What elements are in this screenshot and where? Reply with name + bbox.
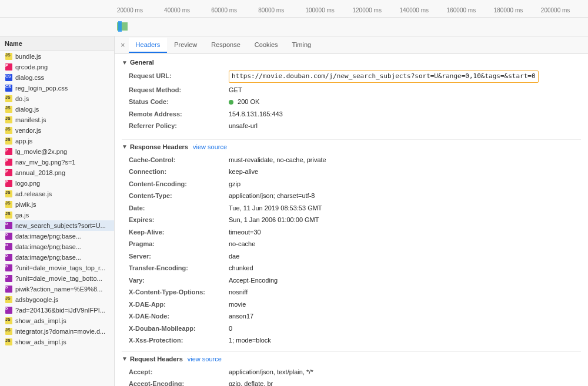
sidebar-item-label: data:image/png;base... (15, 243, 81, 250)
response-header-key: Server: (129, 251, 229, 261)
response-header-value: application/json; charset=utf-8 (229, 191, 315, 201)
sidebar-item[interactable]: JSbundle.js (0, 51, 114, 62)
sidebar-item[interactable]: Plg_movie@2x.png (0, 146, 114, 157)
sidebar-item[interactable]: Pannual_2018.png (0, 167, 114, 178)
response-header-value: 0 (229, 324, 232, 334)
file-type-icon: D (5, 232, 13, 240)
sidebar-item[interactable]: Ddata:image/png;base... (0, 241, 114, 252)
sidebar-item-label: piwik.js (15, 201, 36, 208)
file-type-icon: JS (5, 211, 13, 219)
file-type-icon: P (5, 63, 13, 71)
sidebar-item[interactable]: D?unit=dale_movie_tags_top_r... (0, 263, 114, 273)
response-header-row: Pragma:no-cache (122, 238, 581, 250)
file-type-icon: JS (5, 200, 13, 209)
response-header-row: Transfer-Encoding:chunked (122, 262, 581, 274)
sidebar-item-label: do.js (15, 95, 29, 102)
response-header-value: nosniff (229, 287, 248, 297)
timeline-tick: 20000 ms (117, 6, 164, 14)
status-dot (229, 100, 233, 105)
response-header-value: 1; mode=block (229, 335, 271, 345)
sidebar-item[interactable]: JSintegrator.js?domain=movie.d... (0, 326, 114, 337)
request-headers-label: Request Headers (130, 355, 183, 362)
timeline-tick: 140000 ms (400, 6, 447, 14)
sidebar-item[interactable]: JSapp.js (0, 136, 114, 146)
response-headers-section-header[interactable]: ▼ Response Headers view source (122, 143, 581, 150)
response-header-value: timeout=30 (229, 227, 261, 237)
toggle-icon-response: ▼ (122, 143, 128, 150)
request-url-key: Request URL: (129, 71, 229, 81)
timeline-bars (0, 18, 588, 36)
file-type-icon: JS (5, 338, 13, 346)
response-header-key: Keep-Alive: (129, 227, 229, 237)
sidebar-item-label: vendor.js (15, 127, 41, 134)
response-header-row: Cache-Control:must-revalidate, no-cache,… (122, 154, 581, 166)
sidebar-item[interactable]: D?unit=dale_movie_tag_botto... (0, 273, 114, 284)
response-header-key: X-Content-Type-Options: (129, 287, 229, 297)
sidebar-item[interactable]: JSshow_ads_impl.js (0, 337, 114, 347)
sidebar-item[interactable]: CSreg_login_pop.css (0, 83, 114, 93)
sidebar-item[interactable]: JSvendor.js (0, 125, 114, 136)
status-code-row: Status Code: 200 OK (122, 96, 581, 108)
tab-cookies[interactable]: Cookies (248, 38, 285, 53)
request-header-key: Accept: (129, 367, 229, 377)
close-tab-button[interactable]: × (117, 38, 129, 52)
sidebar-item[interactable]: JSdialog.js (0, 104, 114, 115)
sidebar-item[interactable]: Pnav_mv_bg.png?s=1 (0, 157, 114, 167)
request-headers-section: ▼ Request Headers view source Accept:app… (122, 355, 581, 387)
response-header-row: Date:Tue, 11 Jun 2019 08:53:53 GMT (122, 202, 581, 214)
referrer-policy-row: Referrer Policy: unsafe-url (122, 120, 581, 132)
sidebar-item-label: data:image/png;base... (15, 233, 81, 240)
sidebar-item[interactable]: JSad.release.js (0, 189, 114, 199)
sidebar-item[interactable]: JSmanifest.js (0, 115, 114, 125)
response-header-value: chunked (229, 263, 253, 273)
request-header-value: gzip, deflate, br (229, 379, 273, 386)
file-type-icon: P (5, 169, 13, 177)
timeline-tick: 60000 ms (211, 6, 258, 14)
response-header-row: X-Douban-Mobileapp:0 (122, 323, 581, 335)
sidebar-item[interactable]: Ddata:image/png;base... (0, 231, 114, 241)
tab-timing[interactable]: Timing (285, 38, 319, 53)
response-header-value: Tue, 11 Jun 2019 08:53:53 GMT (229, 203, 322, 213)
file-type-icon: CS (5, 73, 13, 82)
sidebar-item-label: manifest.js (15, 116, 46, 123)
response-headers-view-source[interactable]: view source (193, 143, 227, 150)
general-section-header[interactable]: ▼ General (122, 59, 581, 66)
sidebar-item[interactable]: JSga.js (0, 210, 114, 220)
response-headers-section: ▼ Response Headers view source Cache-Con… (122, 143, 581, 347)
sidebar-item[interactable]: JSshow_ads_impl.js (0, 315, 114, 326)
sidebar-item[interactable]: Ddata:image/png;base... (0, 252, 114, 263)
sidebar-item-label: ?unit=dale_movie_tag_botto... (15, 275, 102, 282)
request-method-row: Request Method: GET (122, 84, 581, 96)
sidebar-item-label: piwik?action_name=%E9%8... (15, 286, 102, 293)
sidebar-item-label: reg_login_pop.css (15, 85, 68, 92)
tab-response[interactable]: Response (204, 38, 248, 53)
sidebar-item[interactable]: Plogo.png (0, 178, 114, 189)
section-divider-2 (122, 351, 581, 352)
request-headers-section-header[interactable]: ▼ Request Headers view source (122, 355, 581, 362)
request-method-key: Request Method: (129, 85, 229, 95)
response-header-row: Connection:keep-alive (122, 166, 581, 178)
sidebar-header: Name (0, 36, 114, 51)
request-header-row: Accept:application/json, text/plain, */* (122, 366, 581, 378)
file-type-icon: JS (5, 190, 13, 198)
response-header-key: X-Xss-Protection: (129, 335, 229, 345)
sidebar-item[interactable]: CSdialog.css (0, 72, 114, 83)
response-header-value: dae (229, 251, 239, 261)
tab-headers[interactable]: Headers (129, 38, 168, 53)
sidebar-item[interactable]: Pqrcode.png (0, 62, 114, 72)
timeline-header: 20000 ms40000 ms60000 ms80000 ms100000 m… (0, 0, 588, 36)
file-type-icon: JS (5, 317, 13, 325)
sidebar-item[interactable]: D?ad=204136&bid=iJdV9nIFPI... (0, 305, 114, 315)
content-area: ▼ General Request URL: https://movie.dou… (115, 54, 588, 386)
tab-preview[interactable]: Preview (167, 38, 204, 53)
timeline-tick: 180000 ms (494, 6, 541, 14)
section-divider-1 (122, 139, 581, 140)
sidebar-item[interactable]: JSpiwik.js (0, 199, 114, 210)
request-headers-view-source[interactable]: view source (188, 355, 222, 362)
sidebar-item[interactable]: JSdo.js (0, 93, 114, 104)
sidebar-item-label: integrator.js?domain=movie.d... (15, 328, 105, 335)
sidebar-item[interactable]: Dpiwik?action_name=%E9%8... (0, 284, 114, 294)
response-header-row: X-Xss-Protection:1; mode=block (122, 334, 581, 347)
sidebar-item[interactable]: Dnew_search_subjects?sort=U... (0, 220, 114, 231)
sidebar-item[interactable]: JSadsbygoogle.js (0, 294, 114, 305)
